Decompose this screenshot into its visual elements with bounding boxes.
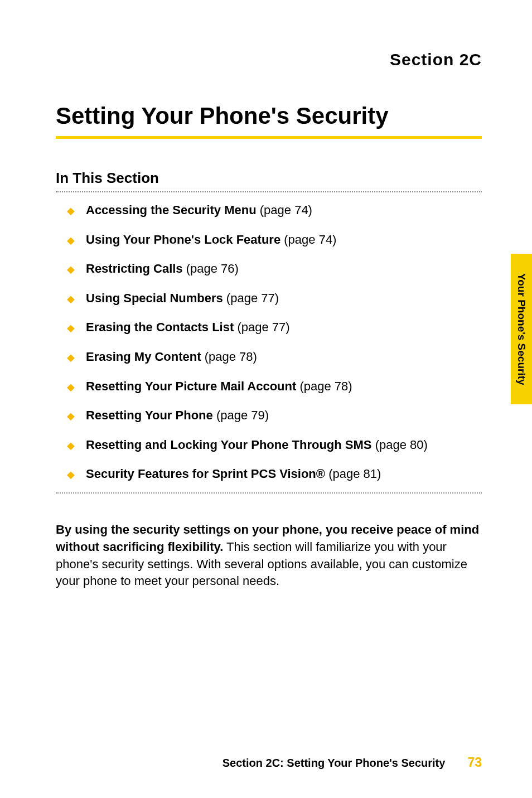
toc-text: Resetting and Locking Your Phone Through… [86,437,428,453]
toc-item-page: (page 79) [213,408,269,422]
toc-item-title: Accessing the Security Menu [86,203,257,217]
diamond-bullet-icon: ◆ [67,381,75,393]
toc-item: ◆ Security Features for Sprint PCS Visio… [67,466,482,482]
toc-text: Restricting Calls (page 76) [86,261,239,277]
main-title: Setting Your Phone's Security [56,103,482,129]
toc-item: ◆ Erasing the Contacts List (page 77) [67,320,482,336]
diamond-bullet-icon: ◆ [67,263,75,275]
toc-item-title: Resetting Your Phone [86,408,213,422]
side-tab-label: Your Phone's Security [515,273,528,385]
footer-section-text: Section 2C: Setting Your Phone's Securit… [223,757,446,770]
toc-item-title: Resetting Your Picture Mail Account [86,379,296,393]
toc-text: Using Your Phone's Lock Feature (page 74… [86,232,336,248]
toc-item-page: (page 74) [257,203,312,217]
diamond-bullet-icon: ◆ [67,322,75,334]
toc-item: ◆ Erasing My Content (page 78) [67,349,482,365]
diamond-bullet-icon: ◆ [67,468,75,481]
toc-text: Accessing the Security Menu (page 74) [86,202,312,219]
toc-item-title: Using Special Numbers [86,291,223,305]
toc-item-page: (page 78) [296,379,352,393]
dotted-divider-top [56,191,482,192]
toc-item-title: Erasing the Contacts List [86,320,234,334]
toc-item-title: Resetting and Locking Your Phone Through… [86,438,372,452]
diamond-bullet-icon: ◆ [67,439,75,452]
toc-item-page: (page 77) [234,320,289,334]
toc-item-page: (page 77) [223,291,279,305]
document-page: Section 2C Setting Your Phone's Security… [0,0,532,798]
toc-item: ◆ Using Special Numbers (page 77) [67,291,482,307]
dotted-divider-bottom [56,492,482,494]
body-paragraph: By using the security settings on your p… [56,521,482,590]
page-footer: Section 2C: Setting Your Phone's Securit… [56,755,482,770]
toc-item: ◆ Resetting Your Picture Mail Account (p… [67,379,482,395]
footer-page-number: 73 [467,755,482,770]
subsection-title: In This Section [56,170,482,187]
toc-item-title: Using Your Phone's Lock Feature [86,233,280,246]
toc-text: Resetting Your Phone (page 79) [86,408,269,424]
toc-item-page: (page 78) [201,350,257,364]
toc-item: ◆ Resetting Your Phone (page 79) [67,408,482,424]
toc-item: ◆ Restricting Calls (page 76) [67,261,482,277]
diamond-bullet-icon: ◆ [67,293,75,305]
toc-text: Erasing the Contacts List (page 77) [86,320,290,336]
diamond-bullet-icon: ◆ [67,205,75,217]
toc-item: ◆ Accessing the Security Menu (page 74) [67,202,482,219]
toc-item-page: (page 74) [280,233,336,246]
toc-item-page: (page 80) [372,438,428,452]
toc-text: Erasing My Content (page 78) [86,349,257,365]
title-underline [56,136,482,139]
toc-item-page: (page 81) [325,467,381,481]
toc-text: Security Features for Sprint PCS Vision®… [86,466,381,482]
diamond-bullet-icon: ◆ [67,351,75,364]
diamond-bullet-icon: ◆ [67,234,75,246]
toc-item-title: Restricting Calls [86,262,183,275]
toc-item: ◆ Resetting and Locking Your Phone Throu… [67,437,482,453]
section-label: Section 2C [56,50,482,69]
toc-text: Resetting Your Picture Mail Account (pag… [86,379,352,395]
toc-item: ◆ Using Your Phone's Lock Feature (page … [67,232,482,248]
toc-item-title: Security Features for Sprint PCS Vision® [86,467,325,481]
table-of-contents: ◆ Accessing the Security Menu (page 74) … [56,202,482,482]
toc-item-title: Erasing My Content [86,350,201,364]
toc-text: Using Special Numbers (page 77) [86,291,279,307]
side-tab: Your Phone's Security [511,254,532,404]
diamond-bullet-icon: ◆ [67,410,75,422]
toc-item-page: (page 76) [183,262,239,275]
